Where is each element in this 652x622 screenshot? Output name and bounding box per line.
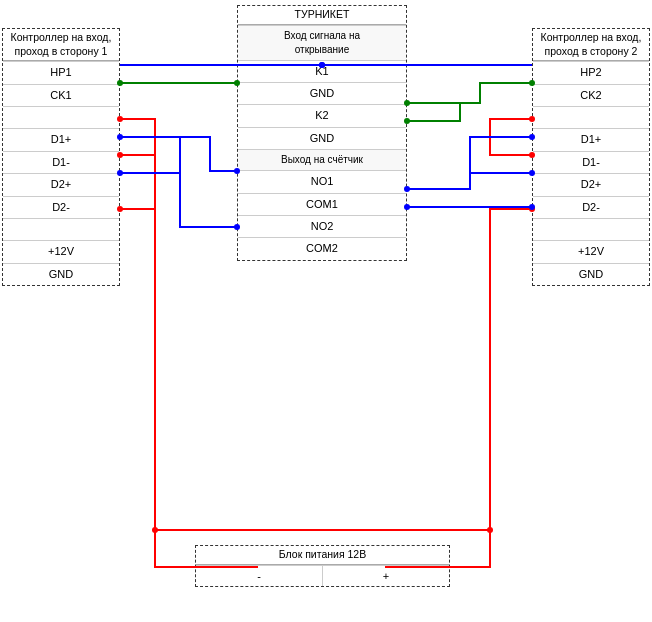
left-ctrl-label: Контроллер на вход,проход в сторону 1 (3, 29, 119, 61)
right-controller-box: Контроллер на вход,проход в сторону 2 HP… (532, 28, 650, 286)
power-plus: + (323, 565, 449, 586)
turnstile-gnd1: GND (238, 82, 406, 104)
left-12v: +12V (3, 240, 119, 262)
svg-point-18 (487, 527, 493, 533)
turnstile-no2: NO2 (238, 215, 406, 237)
left-hp1: HP1 (3, 61, 119, 83)
left-spacer2 (3, 218, 119, 240)
power-label: Блок питания 12В (196, 546, 449, 565)
left-d2plus: D2+ (3, 173, 119, 195)
power-minus: - (196, 565, 323, 586)
right-d1minus: D1- (533, 151, 649, 173)
turnstile-box: ТУРНИКЕТ Вход сигнала наоткрывание K1 GN… (237, 5, 407, 261)
svg-point-19 (152, 527, 158, 533)
right-gnd: GND (533, 263, 649, 285)
turnstile-k1: K1 (238, 60, 406, 82)
turnstile-com2: COM2 (238, 237, 406, 259)
left-ck1: CK1 (3, 84, 119, 106)
left-d2minus: D2- (3, 196, 119, 218)
right-12v: +12V (533, 240, 649, 262)
right-spacer1 (533, 106, 649, 128)
left-controller-box: Контроллер на вход,проход в сторону 1 HP… (2, 28, 120, 286)
power-supply-box: Блок питания 12В - + (195, 545, 450, 587)
left-spacer1 (3, 106, 119, 128)
left-d1minus: D1- (3, 151, 119, 173)
left-gnd: GND (3, 263, 119, 285)
turnstile-label: ТУРНИКЕТ (238, 6, 406, 25)
right-ck2: CK2 (533, 84, 649, 106)
turnstile-section1: Вход сигнала наоткрывание (238, 25, 406, 60)
turnstile-section2: Выход на счётчик (238, 149, 406, 170)
right-d2minus: D2- (533, 196, 649, 218)
turnstile-no1: NO1 (238, 170, 406, 192)
right-spacer2 (533, 218, 649, 240)
diagram: Контроллер на вход,проход в сторону 1 HP… (0, 0, 652, 622)
right-ctrl-label: Контроллер на вход,проход в сторону 2 (533, 29, 649, 61)
turnstile-gnd2: GND (238, 127, 406, 149)
left-d1plus: D1+ (3, 128, 119, 150)
turnstile-com1: COM1 (238, 193, 406, 215)
right-d2plus: D2+ (533, 173, 649, 195)
right-hp2: HP2 (533, 61, 649, 83)
turnstile-k2: K2 (238, 104, 406, 126)
right-d1plus: D1+ (533, 128, 649, 150)
power-row: - + (196, 565, 449, 586)
